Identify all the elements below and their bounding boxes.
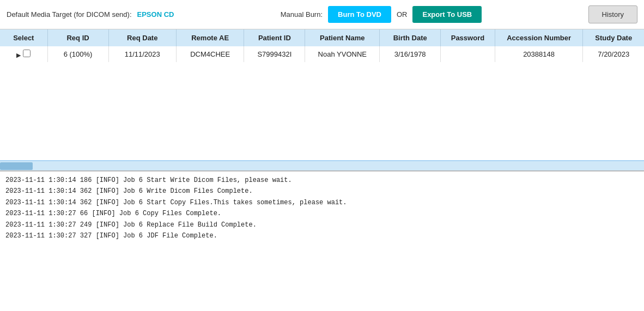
cell-accession: 20388148 xyxy=(495,46,583,62)
select-cell[interactable]: ▶ xyxy=(0,46,47,62)
manual-burn-label: Manual Burn: xyxy=(281,10,323,19)
top-bar: Default Media Target (for DICOM send): E… xyxy=(0,0,644,29)
export-to-usb-button[interactable]: Export To USB xyxy=(412,6,482,23)
col-header-birthdate: Birth Date xyxy=(380,29,441,46)
cell-birthdate: 3/16/1978 xyxy=(380,46,441,62)
col-header-reqdate: Req Date xyxy=(108,29,176,46)
cell-remoteae: DCM4CHEE xyxy=(176,46,244,62)
log-line: 2023-11-11 1:30:14 362 [INFO] Job 6 Writ… xyxy=(5,186,639,197)
main-table: SelectReq IDReq DateRemote AEPatient IDP… xyxy=(0,29,644,62)
col-header-remoteae: Remote AE xyxy=(176,29,244,46)
log-line: 2023-11-11 1:30:14 186 [INFO] Job 6 Star… xyxy=(5,175,639,186)
row-checkbox[interactable] xyxy=(23,50,31,57)
col-header-reqid: Req ID xyxy=(47,29,108,46)
log-line: 2023-11-11 1:30:27 327 [INFO] Job 6 JDF … xyxy=(5,230,639,241)
epson-cd-value: EPSON CD xyxy=(137,10,174,19)
or-label: OR xyxy=(397,10,408,19)
col-header-studydate: Study Date xyxy=(583,29,644,46)
log-area: 2023-11-11 1:30:14 186 [INFO] Job 6 Star… xyxy=(0,171,644,245)
header-row: SelectReq IDReq DateRemote AEPatient IDP… xyxy=(0,29,644,46)
col-header-select: Select xyxy=(0,29,47,46)
table-header: SelectReq IDReq DateRemote AEPatient IDP… xyxy=(0,29,644,46)
log-line: 2023-11-11 1:30:27 249 [INFO] Job 6 Repl… xyxy=(5,219,639,230)
burn-to-dvd-button[interactable]: Burn To DVD xyxy=(328,6,391,23)
log-line: 2023-11-11 1:30:14 362 [INFO] Job 6 Star… xyxy=(5,197,639,208)
cell-patientname: Noah YVONNE xyxy=(305,46,380,62)
table-body: ▶ 6 (100%)11/11/2023DCM4CHEES7999432INoa… xyxy=(0,46,644,62)
history-button[interactable]: History xyxy=(588,5,637,23)
row-arrow: ▶ xyxy=(16,52,21,58)
horizontal-scrollbar[interactable] xyxy=(0,161,644,171)
main-table-container: SelectReq IDReq DateRemote AEPatient IDP… xyxy=(0,29,644,161)
col-header-patientid: Patient ID xyxy=(244,29,305,46)
scrollbar-thumb[interactable] xyxy=(0,162,33,170)
table-row[interactable]: ▶ 6 (100%)11/11/2023DCM4CHEES7999432INoa… xyxy=(0,46,644,62)
col-header-accession: Accession Number xyxy=(495,29,583,46)
col-header-patientname: Patient Name xyxy=(305,29,380,46)
cell-password xyxy=(441,46,495,62)
cell-studydate: 7/20/2023 xyxy=(583,46,644,62)
col-header-password: Password xyxy=(441,29,495,46)
cell-patientid: S7999432I xyxy=(244,46,305,62)
cell-reqid: 6 (100%) xyxy=(47,46,108,62)
log-line: 2023-11-11 1:30:27 66 [INFO] Job 6 Copy … xyxy=(5,208,639,219)
cell-reqdate: 11/11/2023 xyxy=(108,46,176,62)
default-media-label: Default Media Target (for DICOM send): xyxy=(7,10,132,19)
empty-rows-area xyxy=(0,62,644,160)
